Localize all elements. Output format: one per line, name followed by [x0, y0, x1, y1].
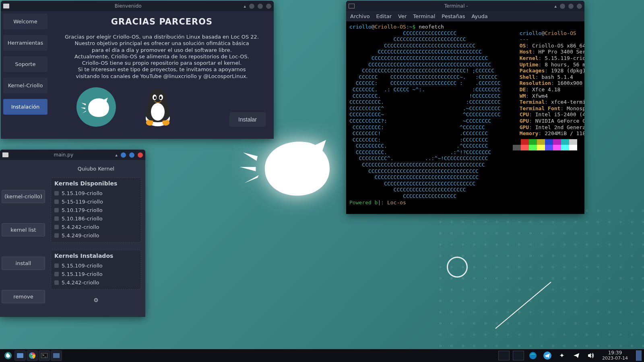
workspace-2[interactable]: [513, 351, 524, 360]
tray-icon[interactable]: ✦: [556, 350, 568, 361]
checkbox-icon[interactable]: [54, 263, 59, 268]
desktop-dot-pattern: [435, 205, 644, 350]
kernel-item[interactable]: 5.10.186-criollo: [54, 214, 138, 223]
workspace-1[interactable]: [498, 351, 510, 360]
edge-icon[interactable]: [527, 350, 539, 361]
kernel-item-label: 5-15-119-criollo: [62, 199, 103, 205]
terminal-body[interactable]: criollo@Criollo-OS:~$ neofetch CCCCCCCCC…: [346, 21, 584, 214]
kernel-list-button[interactable]: kernel list: [2, 223, 45, 237]
kernel-criollo-button[interactable]: (kernel-criollo): [2, 190, 45, 203]
window-button[interactable]: [258, 4, 263, 9]
kernel-item[interactable]: 5.4.242-criollo: [54, 223, 138, 231]
menu-ver[interactable]: Ver: [398, 13, 407, 19]
kernel-window: main.py ▴ (kernel-criollo) kernel list i…: [0, 150, 145, 317]
kernel-item-label: 5.4.242-criollo: [62, 280, 99, 286]
desktop-ring: [447, 257, 468, 278]
checkbox-icon[interactable]: [54, 280, 59, 285]
kernel-item[interactable]: 5.4.249-criollo: [54, 231, 138, 240]
kernel-install-button[interactable]: install: [2, 257, 45, 270]
welcome-titlebar[interactable]: Bienvenido ▴: [1, 1, 274, 11]
kernel-main: Quiubo Kernel Kernels Disponibles 5.15.1…: [47, 160, 145, 317]
clock-time: 19:39: [602, 350, 628, 356]
kernel-item[interactable]: 5-15-119-criollo: [54, 197, 138, 206]
window-button[interactable]: [121, 152, 126, 158]
kernel-sidebar: (kernel-criollo) kernel list install rem…: [0, 160, 47, 317]
telegram-icon[interactable]: [542, 350, 553, 361]
svg-point-5: [160, 96, 162, 99]
kernel-header: Quiubo Kernel: [51, 163, 141, 177]
volume-icon[interactable]: [585, 350, 597, 361]
terminal-app-icon[interactable]: >_: [39, 350, 50, 361]
gear-icon[interactable]: ⚙: [51, 297, 141, 303]
close-icon[interactable]: [577, 4, 582, 9]
svg-point-4: [154, 96, 156, 99]
window-button[interactable]: [568, 4, 574, 9]
close-icon[interactable]: [138, 152, 143, 158]
kernels-available-section: Kernels Disponibles 5.15.109-criollo5-15…: [51, 177, 141, 243]
tray-send-icon[interactable]: [571, 350, 582, 361]
tab-kernel-criollo[interactable]: Kernel-Criollo: [3, 78, 47, 93]
kernel-item-label: 5.15.109-criollo: [62, 190, 103, 196]
minimize-icon[interactable]: ▴: [244, 4, 246, 9]
terminal-title: Terminal -: [358, 3, 554, 9]
checkbox-icon[interactable]: [54, 216, 59, 221]
menu-pestanas[interactable]: Pestañas: [442, 13, 465, 19]
tab-instalacion[interactable]: Instalación: [3, 99, 47, 115]
welcome-main: GRACIAS PARCEROS Gracias por elegir Crio…: [50, 11, 274, 139]
menu-ayuda[interactable]: Ayuda: [472, 13, 488, 19]
close-icon[interactable]: [266, 4, 271, 9]
kernel-remove-button[interactable]: remove: [2, 290, 45, 303]
install-button[interactable]: Instalar: [229, 112, 266, 127]
checkbox-icon[interactable]: [54, 208, 59, 212]
terminal-window: Terminal - ▴ Archivo Editar Ver Terminal…: [346, 1, 584, 214]
taskbar: >_ ✦ 19:39 2023-07-14: [0, 349, 644, 362]
kernel-item-label: 5.4.249-criollo: [62, 232, 99, 239]
menu-terminal[interactable]: Terminal: [413, 13, 435, 19]
terminal-titlebar[interactable]: Terminal - ▴: [346, 1, 584, 11]
kernel-titlebar[interactable]: main.py ▴: [0, 150, 145, 160]
window-icon: [3, 4, 9, 8]
taskbar-clock[interactable]: 19:39 2023-07-14: [600, 350, 630, 360]
checkbox-icon[interactable]: [54, 233, 59, 238]
chrome-icon[interactable]: [27, 350, 38, 361]
welcome-paragraph: Gracias por elegir Criollo-OS, una distr…: [60, 34, 263, 80]
window-button[interactable]: [249, 4, 254, 9]
terminal-icon: [349, 4, 355, 8]
app-icon[interactable]: [51, 350, 62, 361]
criollo-logo-icon: [76, 87, 116, 127]
kernel-item[interactable]: 5.15.119-criollo: [54, 270, 138, 278]
menu-archivo[interactable]: Archivo: [350, 13, 370, 19]
file-manager-icon[interactable]: [14, 350, 26, 361]
kernel-item[interactable]: 5.15.109-criollo: [54, 189, 138, 197]
show-desktop-button[interactable]: [636, 350, 642, 361]
checkbox-icon[interactable]: [54, 225, 59, 229]
welcome-window: Bienvenido ▴ Welcome Herramientas Soport…: [1, 1, 274, 139]
menu-editar[interactable]: Editar: [376, 13, 392, 19]
tab-welcome[interactable]: Welcome: [3, 14, 47, 29]
tab-soporte[interactable]: Soporte: [3, 56, 47, 72]
checkbox-icon[interactable]: [54, 272, 59, 276]
desktop-line: [495, 282, 551, 329]
kernel-item-label: 5.15.109-criollo: [62, 263, 103, 269]
welcome-title: Bienvenido: [12, 3, 244, 9]
welcome-heading: GRACIAS PARCEROS: [60, 17, 263, 27]
color-palette-light: [513, 145, 577, 150]
kernel-item-label: 5.4.242-criollo: [62, 224, 99, 230]
tab-herramientas[interactable]: Herramientas: [3, 35, 47, 51]
kernel-item-label: 5.15.119-criollo: [62, 271, 103, 277]
kernel-item[interactable]: 5.4.242-criollo: [54, 278, 138, 287]
window-button[interactable]: [129, 152, 134, 158]
kernel-item[interactable]: 5.10.179-criollo: [54, 206, 138, 214]
start-menu-icon[interactable]: [2, 350, 14, 361]
kernels-available-header: Kernels Disponibles: [54, 180, 138, 187]
clock-date: 2023-07-14: [602, 356, 628, 361]
checkbox-icon[interactable]: [54, 191, 59, 195]
minimize-icon[interactable]: ▴: [115, 152, 118, 158]
kernel-item-label: 5.10.186-criollo: [62, 216, 103, 222]
terminal-menubar: Archivo Editar Ver Terminal Pestañas Ayu…: [346, 11, 584, 21]
window-button[interactable]: [560, 4, 565, 9]
kernels-installed-section: Kernels Instalados 5.15.109-criollo5.15.…: [51, 250, 141, 290]
minimize-icon[interactable]: ▴: [554, 4, 557, 9]
checkbox-icon[interactable]: [54, 200, 59, 204]
kernel-item[interactable]: 5.15.109-criollo: [54, 261, 138, 270]
